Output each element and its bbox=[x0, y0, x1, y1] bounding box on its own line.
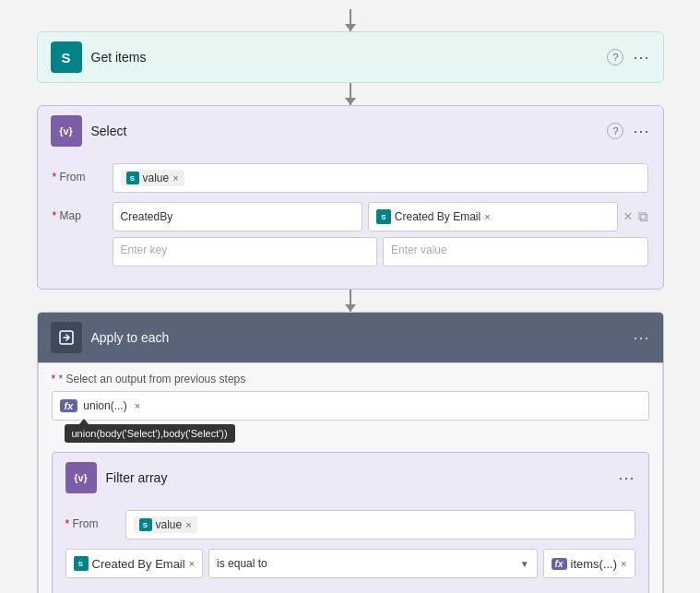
filter-array-block: {v} Filter array ··· * From bbox=[52, 452, 649, 593]
condition-operator-dropdown[interactable]: is equal to ▼ bbox=[208, 549, 538, 578]
map-value-token-close[interactable]: × bbox=[484, 211, 490, 222]
connector-arrow-1 bbox=[350, 9, 351, 31]
map-row-delete-button[interactable]: × bbox=[623, 208, 632, 225]
filter-array-actions: ··· bbox=[618, 468, 635, 488]
connector-arrow-3 bbox=[350, 290, 351, 312]
map-value-placeholder[interactable]: Enter value bbox=[383, 237, 648, 267]
select-header: {v} Select ? ··· bbox=[38, 106, 663, 156]
sp-icon-map-value: S bbox=[376, 209, 391, 224]
map-row-actions: × ⧉ bbox=[623, 208, 647, 225]
fx-cond-token-close[interactable]: × bbox=[621, 558, 626, 569]
condition-row: S Created By Email × is equal to ▼ fx it… bbox=[65, 549, 635, 578]
apply-to-each-actions: ··· bbox=[633, 328, 649, 348]
filter-from-token: S value × bbox=[134, 516, 197, 533]
apply-to-each-icon bbox=[51, 322, 82, 353]
map-value-token: S Created By Email × bbox=[376, 209, 491, 224]
filter-from-row: * From S value × bbox=[65, 510, 635, 540]
sp-icon-filter-from: S bbox=[139, 518, 152, 531]
select-map-label: * Map bbox=[53, 202, 103, 222]
filter-bottom-row: Edit in advanced mode items('Apply_to_ea… bbox=[65, 586, 635, 593]
filter-from-label: * From bbox=[65, 510, 116, 530]
filter-from-token-close[interactable]: × bbox=[185, 519, 191, 530]
select-actions: ? ··· bbox=[607, 122, 649, 141]
fx-token-row[interactable]: fx union(...) × bbox=[52, 391, 649, 421]
select-more-button[interactable]: ··· bbox=[633, 122, 649, 141]
filter-array-more-button[interactable]: ··· bbox=[618, 468, 635, 488]
apply-to-each-header: Apply to each ··· bbox=[38, 313, 663, 362]
connector-arrow-2 bbox=[350, 83, 351, 105]
select-map-table: CreatedBy S Created By Email × × ⧉ bbox=[113, 202, 648, 267]
select-from-token: S value × bbox=[121, 170, 184, 186]
filter-array-icon: {v} bbox=[65, 462, 97, 493]
select-from-label: * Get itemsFrom bbox=[53, 163, 103, 184]
fx-token-text: union(...) bbox=[83, 399, 126, 412]
apply-to-each-title: Apply to each bbox=[91, 330, 624, 345]
tooltip-box: union(body('Select'),body('Select')) bbox=[65, 424, 235, 443]
get-items-help-button[interactable]: ? bbox=[607, 49, 623, 65]
chevron-down-icon: ▼ bbox=[520, 559, 529, 569]
map-key-placeholder[interactable]: Enter key bbox=[113, 237, 378, 267]
get-items-block: S Get items ? ··· bbox=[37, 31, 664, 83]
get-items-title: Get items bbox=[91, 50, 599, 65]
select-from-input[interactable]: S value × bbox=[113, 163, 648, 193]
filter-array-body: * From S value × S bbox=[53, 503, 648, 593]
select-help-button[interactable]: ? bbox=[607, 123, 623, 139]
map-key-1[interactable]: CreatedBy bbox=[113, 202, 362, 231]
get-items-actions: ? ··· bbox=[607, 48, 649, 67]
cond-sp-icon: S bbox=[74, 556, 89, 571]
flow-container: S Get items ? ··· {v} Select ? ··· bbox=[0, 0, 700, 593]
select-body: * Get itemsFrom S value × * Map bbox=[38, 156, 663, 289]
select-from-token-close[interactable]: × bbox=[172, 172, 178, 184]
sharepoint-icon: S bbox=[51, 42, 82, 73]
fx-badge: fx bbox=[60, 399, 78, 412]
get-items-header: S Get items ? ··· bbox=[38, 32, 663, 82]
apply-to-each-block: Apply to each ··· * * Select an output f… bbox=[37, 312, 664, 593]
apply-to-each-body: * * Select an output from previous steps… bbox=[38, 362, 663, 593]
map-value-1[interactable]: S Created By Email × bbox=[368, 202, 618, 231]
select-block: {v} Select ? ··· * Get itemsFrom S value bbox=[37, 105, 664, 290]
map-row-1: CreatedBy S Created By Email × × ⧉ bbox=[113, 202, 648, 231]
filter-array-title: Filter array bbox=[106, 470, 610, 485]
sp-icon-from: S bbox=[126, 172, 139, 184]
select-from-row: * Get itemsFrom S value × bbox=[53, 163, 648, 193]
select-icon: {v} bbox=[51, 115, 82, 147]
condition-token-close[interactable]: × bbox=[189, 558, 195, 569]
select-output-label: * * Select an output from previous steps bbox=[52, 373, 649, 385]
map-row-copy-button[interactable]: ⧉ bbox=[638, 208, 648, 225]
filter-from-input[interactable]: S value × bbox=[125, 510, 635, 540]
select-title: Select bbox=[91, 124, 599, 138]
fx-token-close[interactable]: × bbox=[135, 400, 140, 411]
filter-array-header: {v} Filter array ··· bbox=[53, 453, 648, 503]
condition-right-token[interactable]: fx items(...) × bbox=[543, 549, 635, 578]
select-map-row: * Map CreatedBy S Created By Email × bbox=[53, 202, 648, 267]
map-empty-row: Enter key Enter value bbox=[113, 237, 648, 267]
fx-condition-badge: fx bbox=[552, 558, 567, 570]
get-items-more-button[interactable]: ··· bbox=[633, 48, 649, 67]
condition-left-token[interactable]: S Created By Email × bbox=[65, 549, 204, 578]
apply-to-each-more-button[interactable]: ··· bbox=[633, 328, 649, 348]
